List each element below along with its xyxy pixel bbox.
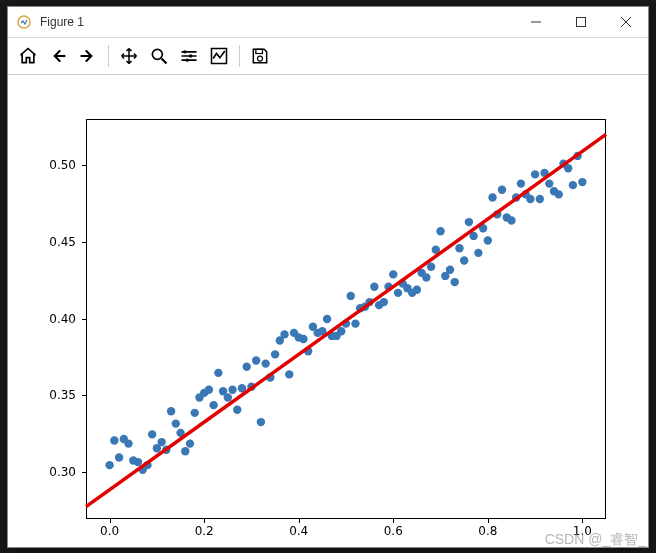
app-icon [16, 14, 32, 30]
scatter-point [110, 436, 118, 444]
ytick-label: 0.50 [49, 158, 76, 172]
scatter-point [134, 457, 142, 465]
scatter-point [460, 256, 468, 264]
scatter-point [474, 248, 482, 256]
scatter-point [214, 368, 222, 376]
toolbar [8, 38, 648, 75]
save-icon[interactable] [246, 42, 274, 70]
xtick-label: 0.8 [478, 524, 497, 538]
scatter-point [526, 194, 534, 202]
maximize-button[interactable] [558, 7, 603, 37]
plot-axes: 0.300.350.400.450.50 0.00.20.40.60.81.0 [86, 119, 606, 519]
scatter-point [115, 453, 123, 461]
forward-icon[interactable] [74, 42, 102, 70]
xtick-label: 0.0 [100, 524, 119, 538]
scatter-point [191, 408, 199, 416]
scatter-point [347, 291, 355, 299]
xtick-label: 0.2 [195, 524, 214, 538]
scatter-point [370, 282, 378, 290]
pan-icon[interactable] [115, 42, 143, 70]
window: Figure 1 [7, 6, 649, 548]
scatter-point [252, 356, 260, 364]
scatter-point [271, 350, 279, 358]
scatter-point [555, 190, 563, 198]
scatter-point [261, 359, 269, 367]
plot-svg [86, 119, 606, 519]
scatter-point [389, 270, 397, 278]
scatter-point [105, 460, 113, 468]
svg-rect-11 [256, 49, 263, 53]
toolbar-separator [108, 45, 109, 67]
scatter-point [167, 407, 175, 415]
home-icon[interactable] [14, 42, 42, 70]
svg-point-9 [186, 58, 189, 61]
scatter-point [394, 288, 402, 296]
scatter-point [228, 385, 236, 393]
scatter-point [507, 216, 515, 224]
scatter-point [413, 285, 421, 293]
scatter-point [446, 265, 454, 273]
toolbar-separator [239, 45, 240, 67]
zoom-icon[interactable] [145, 42, 173, 70]
scatter-point [124, 439, 132, 447]
scatter-point [233, 405, 241, 413]
scatter-point [224, 393, 232, 401]
scatter-point [531, 170, 539, 178]
subplots-icon[interactable] [175, 42, 203, 70]
edit-icon[interactable] [205, 42, 233, 70]
ytick-label: 0.35 [49, 388, 76, 402]
xtick-label: 0.6 [384, 524, 403, 538]
minimize-button[interactable] [513, 7, 558, 37]
svg-line-6 [162, 58, 167, 63]
scatter-point [243, 362, 251, 370]
figure-area: 0.300.350.400.450.50 0.00.20.40.60.81.0 [8, 75, 648, 547]
scatter-point [181, 447, 189, 455]
fit-line [86, 134, 606, 506]
scatter-point [498, 185, 506, 193]
scatter-point [148, 430, 156, 438]
svg-point-7 [183, 50, 186, 53]
titlebar: Figure 1 [8, 7, 648, 38]
scatter-point [299, 334, 307, 342]
watermark: CSDN @_睿智_ [545, 531, 646, 549]
ytick-label: 0.30 [49, 465, 76, 479]
scatter-point [578, 177, 586, 185]
scatter-point [257, 417, 265, 425]
scatter-point [205, 385, 213, 393]
scatter-point [186, 439, 194, 447]
scatter-point [488, 193, 496, 201]
ytick-label: 0.40 [49, 312, 76, 326]
ytick-label: 0.45 [49, 235, 76, 249]
scatter-point [280, 330, 288, 338]
scatter-point [323, 314, 331, 322]
back-icon[interactable] [44, 42, 72, 70]
scatter-point [451, 277, 459, 285]
window-title: Figure 1 [40, 15, 513, 29]
scatter-point [545, 179, 553, 187]
scatter-point [455, 244, 463, 252]
scatter-point [209, 400, 217, 408]
scatter-point [172, 419, 180, 427]
scatter-point [536, 194, 544, 202]
scatter-point [517, 179, 525, 187]
xtick-label: 0.4 [289, 524, 308, 538]
svg-point-5 [152, 49, 162, 59]
close-button[interactable] [603, 7, 648, 37]
scatter-point [157, 437, 165, 445]
scatter-point [569, 180, 577, 188]
scatter-point [422, 273, 430, 281]
scatter-point [285, 370, 293, 378]
scatter-point [380, 297, 388, 305]
svg-point-12 [258, 56, 263, 61]
scatter-point [337, 327, 345, 335]
scatter-point [351, 319, 359, 327]
scatter-point [484, 236, 492, 244]
scatter-point [436, 227, 444, 235]
scatter-point [465, 217, 473, 225]
svg-rect-2 [576, 17, 585, 26]
svg-point-8 [189, 54, 192, 57]
